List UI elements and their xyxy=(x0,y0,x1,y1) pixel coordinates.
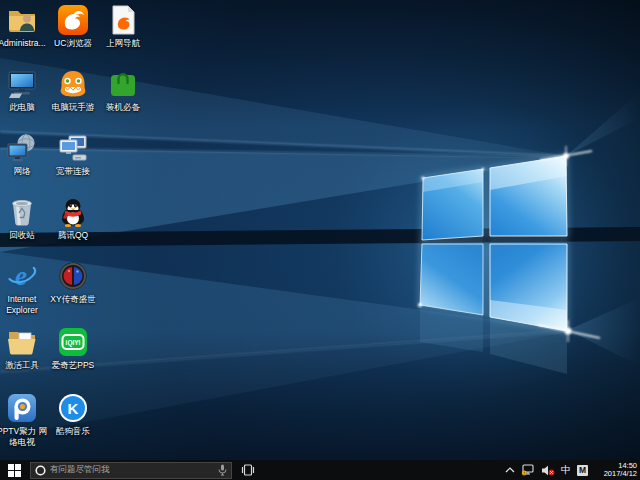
this-pc-icon xyxy=(6,68,38,100)
tray-chevron-up-icon[interactable] xyxy=(505,467,515,473)
shopping-bag-icon xyxy=(107,68,139,100)
clock[interactable]: 14:50 2017/4/12 xyxy=(597,462,637,479)
microphone-icon[interactable] xyxy=(218,464,227,476)
icon-label: 装机必备 xyxy=(97,102,149,113)
xy-legend-game-icon xyxy=(57,260,89,292)
icon-label: 宽带连接 xyxy=(47,166,99,177)
icon-label: XY传奇盛世 xyxy=(47,294,99,305)
search-placeholder: 有问题尽管问我 xyxy=(50,464,218,476)
task-view-icon xyxy=(241,464,255,476)
desktop-icon-internet-explorer[interactable]: e Internet Explorer xyxy=(0,260,48,315)
broadband-connection-icon xyxy=(57,132,89,164)
taskbar: 有问题尽管问我 xyxy=(0,460,640,480)
desktop-icon-grid: Administra... 此电脑 xyxy=(0,0,640,460)
icon-label: PPTV聚力 网络电视 xyxy=(0,426,48,447)
search-input[interactable]: 有问题尽管问我 xyxy=(30,462,232,479)
system-tray: 中 M 14:50 2017/4/12 xyxy=(505,462,640,479)
volume-muted-icon[interactable] xyxy=(541,465,555,476)
svg-text:K: K xyxy=(68,400,79,417)
icon-label: 激活工具 xyxy=(0,360,48,371)
desktop-icon-uc-browser[interactable]: UC浏览器 xyxy=(47,4,99,49)
start-button[interactable] xyxy=(0,460,28,480)
monster-game-icon xyxy=(57,68,89,100)
desktop-icon-kugou[interactable]: K 酷狗音乐 xyxy=(47,392,99,437)
svg-text:iQIYI: iQIYI xyxy=(66,339,81,347)
qq-penguin-icon xyxy=(57,196,89,228)
web-navigation-document-icon xyxy=(107,4,139,36)
kugou-music-icon: K xyxy=(57,392,89,424)
cortana-icon xyxy=(35,465,46,476)
uc-browser-icon xyxy=(57,4,89,36)
desktop-icon-xy-legend[interactable]: XY传奇盛世 xyxy=(47,260,99,305)
tray-date: 2017/4/12 xyxy=(604,470,637,479)
windows-logo-icon xyxy=(8,464,21,477)
icon-label: 腾讯QQ xyxy=(47,230,99,241)
icon-label: Internet Explorer xyxy=(0,294,48,315)
desktop-icon-administrator[interactable]: Administra... xyxy=(0,4,48,49)
desktop-icon-broadband[interactable]: 宽带连接 xyxy=(47,132,99,177)
network-globe-icon xyxy=(6,132,38,164)
ime-mode-indicator[interactable]: 中 xyxy=(561,463,571,477)
pptv-icon xyxy=(6,392,38,424)
ime-letter: M xyxy=(579,465,586,475)
desktop-icon-activation-tools[interactable]: e 激活工具 xyxy=(0,326,48,371)
recycle-bin-icon xyxy=(6,196,38,228)
icon-label: 回收站 xyxy=(0,230,48,241)
icon-label: 此电脑 xyxy=(0,102,48,113)
desktop-icon-qq[interactable]: 腾讯QQ xyxy=(47,196,99,241)
icon-label: Administra... xyxy=(0,38,48,49)
windows-10-desktop-screen: Administra... 此电脑 xyxy=(0,0,640,480)
svg-text:e: e xyxy=(15,261,27,291)
icon-label: 电脑玩手游 xyxy=(47,102,99,113)
desktop-icon-iqiyi[interactable]: iQIYI 爱奇艺PPS xyxy=(47,326,99,371)
internet-explorer-icon: e xyxy=(6,260,38,292)
desktop-icon-recycle-bin[interactable]: 回收站 xyxy=(0,196,48,241)
desktop-icon-network[interactable]: 网络 xyxy=(0,132,48,177)
icon-label: 上网导航 xyxy=(97,38,149,49)
icon-label: 酷狗音乐 xyxy=(47,426,99,437)
desktop-icon-essential-software[interactable]: 装机必备 xyxy=(97,68,149,113)
iqiyi-pps-icon: iQIYI xyxy=(57,326,89,358)
desktop[interactable]: Administra... 此电脑 xyxy=(0,0,640,460)
activation-tools-folder-icon: e xyxy=(6,326,38,358)
administrator-folder-icon xyxy=(6,4,38,36)
ime-language-icon[interactable]: M xyxy=(577,465,588,476)
desktop-icon-this-pc[interactable]: 此电脑 xyxy=(0,68,48,113)
network-status-icon[interactable] xyxy=(521,464,535,476)
desktop-icon-pc-mobile-games[interactable]: 电脑玩手游 xyxy=(47,68,99,113)
icon-label: 网络 xyxy=(0,166,48,177)
desktop-icon-pptv[interactable]: PPTV聚力 网络电视 xyxy=(0,392,48,447)
icon-label: UC浏览器 xyxy=(47,38,99,49)
icon-label: 爱奇艺PPS xyxy=(47,360,99,371)
desktop-icon-web-navigation[interactable]: 上网导航 xyxy=(97,4,149,49)
task-view-button[interactable] xyxy=(241,460,255,480)
